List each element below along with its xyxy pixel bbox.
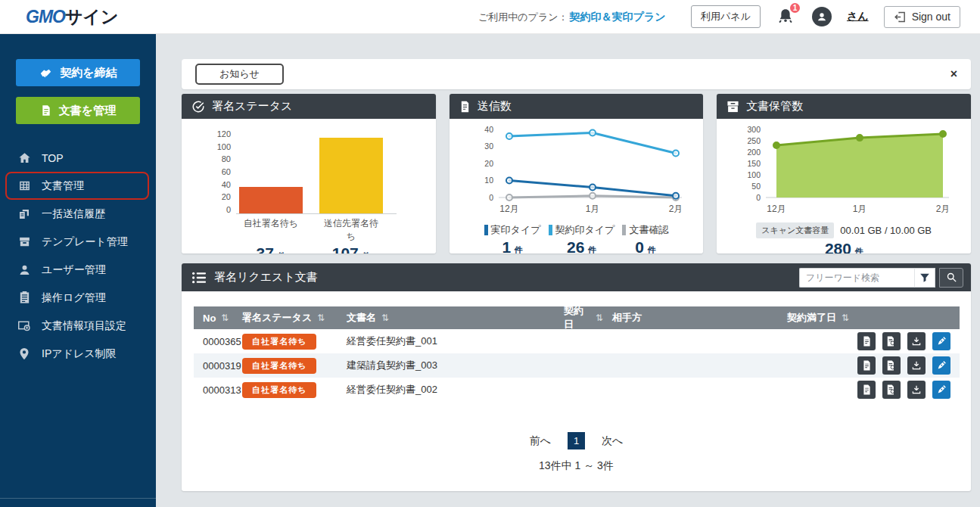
status-badge: 自社署名待ち (242, 334, 316, 350)
legend-name: 契約印タイプ (555, 223, 615, 237)
download-button[interactable] (907, 381, 926, 399)
sidebar-item-label: IPアドレス制限 (42, 347, 117, 361)
legend-value: 1 (502, 238, 511, 254)
next-page-button[interactable]: 次へ (602, 434, 623, 448)
y-tick-label: 0 (226, 205, 231, 214)
pagination: 前へ 1 次へ (182, 432, 971, 449)
legend-name: 実印タイプ (491, 223, 541, 237)
signout-label: Sign out (912, 11, 950, 23)
row-actions (857, 381, 950, 399)
sent-count-card: 送信数 01020304012月1月2月 実印タイプ 1 件 契約印タイプ 26… (450, 94, 704, 254)
close-icon[interactable]: × (950, 68, 957, 80)
bar-chart-labels: 自社署名待ち 送信先署名待ち (182, 214, 436, 243)
conclude-contract-button[interactable]: 契約を締結 (16, 59, 140, 86)
sidebar-item-label: ユーザー管理 (42, 263, 106, 277)
sort-icon[interactable]: ⇅ (221, 313, 229, 323)
table-row[interactable]: 0000365 自社署名待ち 経営委任契約書_001 (194, 329, 960, 353)
sidebar-item-top[interactable]: TOP (0, 144, 156, 172)
prev-page-button[interactable]: 前へ (530, 434, 551, 448)
y-tick-label: 150 (748, 159, 761, 168)
column-header: 契約満了日⇅ (778, 311, 950, 325)
signature-status-card: 署名ステータス 120100806040200 自社署名待ち 送信先署名待ち 3… (182, 94, 436, 254)
account-avatar-button[interactable] (812, 7, 832, 26)
sidebar-item-label: 文書情報項目設定 (42, 319, 126, 333)
sort-icon[interactable]: ⇅ (317, 313, 325, 323)
plan-name-link[interactable]: 契約印＆実印プラン (570, 11, 666, 24)
data-point-marker (673, 193, 679, 199)
sort-icon[interactable]: ⇅ (596, 313, 603, 323)
manage-documents-label: 文書を管理 (59, 104, 116, 118)
cell-document-name: 経営委任契約書_002 (338, 383, 555, 397)
preview-document-button[interactable] (882, 332, 901, 350)
view-document-button[interactable] (857, 381, 876, 399)
current-page-indicator[interactable]: 1 (568, 432, 585, 449)
storage-count: 280 件 (717, 240, 971, 254)
data-point-marker (506, 133, 512, 139)
storage-card-body: 05010015020025030012月1月2月 スキャン文書容量 00.01… (717, 119, 971, 254)
y-tick-label: 40 (222, 180, 231, 189)
storage-count-value: 280 (825, 240, 851, 254)
legend-count: 1 件 (502, 238, 522, 254)
column-label: 文書名 (347, 311, 376, 325)
table-body: 0000365 自社署名待ち 経営委任契約書_001 0000319 自社署名待… (194, 329, 960, 402)
data-point-marker (590, 185, 596, 191)
legend-count: 26 件 (567, 238, 596, 254)
preview-document-button[interactable] (882, 356, 901, 375)
sidebar-item-document-info-settings[interactable]: 文書情報項目設定 (0, 312, 156, 340)
cell-status: 自社署名待ち (233, 358, 338, 374)
column-header: 契約日⇅ (555, 304, 603, 331)
sent-count-title: 送信数 (478, 99, 512, 114)
sidebar-item-bulk-send-history[interactable]: 一括送信履歴 (0, 200, 156, 228)
download-icon (911, 384, 922, 395)
document-search-icon (886, 336, 897, 347)
dashboard-cards: 署名ステータス 120100806040200 自社署名待ち 送信先署名待ち 3… (182, 94, 971, 254)
filter-button[interactable] (914, 268, 935, 288)
username-link[interactable]: さん (847, 10, 869, 23)
download-button[interactable] (907, 356, 926, 375)
sort-icon[interactable]: ⇅ (842, 313, 849, 323)
legend-swatch (484, 225, 488, 235)
handshake-icon (39, 66, 53, 80)
gmo-sign-logo[interactable]: GMOサイン (26, 5, 119, 29)
sidebar-item-operation-log[interactable]: 操作ログ管理 (0, 284, 156, 312)
table-row[interactable]: 0000319 自社署名待ち 建築請負契約書_003 (194, 353, 960, 378)
sign-button[interactable] (932, 356, 950, 375)
signout-button[interactable]: Sign out (884, 6, 960, 28)
manage-documents-button[interactable]: 文書を管理 (16, 97, 140, 124)
sidebar-item-user-management[interactable]: ユーザー管理 (0, 256, 156, 284)
free-word-search-input[interactable] (799, 268, 914, 288)
y-tick-label: 80 (222, 154, 231, 163)
storage-count-unit: 件 (854, 247, 863, 254)
sort-icon[interactable]: ⇅ (381, 313, 389, 323)
cell-document-name: 建築請負契約書_003 (338, 359, 555, 372)
legend-unit: 件 (588, 245, 596, 254)
sidebar-item-document-management[interactable]: 文書管理 (0, 172, 156, 200)
download-button[interactable] (907, 332, 926, 350)
view-document-button[interactable] (857, 356, 876, 375)
sign-button[interactable] (932, 381, 950, 399)
signature-request-panel: 署名リクエスト文書 (182, 263, 971, 491)
search-button[interactable] (939, 268, 963, 288)
notification-bell-button[interactable]: 1 (776, 6, 797, 27)
map-pin-icon (17, 347, 31, 360)
sidebar-item-template-management[interactable]: テンプレート管理 (0, 228, 156, 256)
doc-info-settings-icon (17, 320, 31, 332)
y-tick-label: 20 (222, 192, 231, 201)
sent-count-card-header: 送信数 (450, 94, 704, 119)
notice-button[interactable]: お知らせ (195, 64, 284, 85)
funnel-icon (919, 272, 930, 283)
preview-document-button[interactable] (882, 381, 901, 399)
signout-icon (894, 11, 907, 23)
signature-request-panel-header: 署名リクエスト文書 (182, 263, 971, 291)
y-tick-label: 300 (748, 125, 761, 134)
view-document-button[interactable] (857, 332, 876, 350)
usage-panel-button[interactable]: 利用パネル (691, 5, 761, 28)
signature-status-card-header: 署名ステータス (182, 94, 436, 119)
document-icon (459, 101, 471, 113)
stat-unit: 件 (277, 251, 285, 254)
download-icon (911, 360, 922, 371)
sign-button[interactable] (932, 332, 950, 350)
sidebar-item-ip-restriction[interactable]: IPアドレス制限 (0, 340, 156, 368)
table-row[interactable]: 0000313 自社署名待ち 経営委任契約書_002 (194, 378, 960, 402)
cell-no: 0000365 (194, 336, 233, 347)
